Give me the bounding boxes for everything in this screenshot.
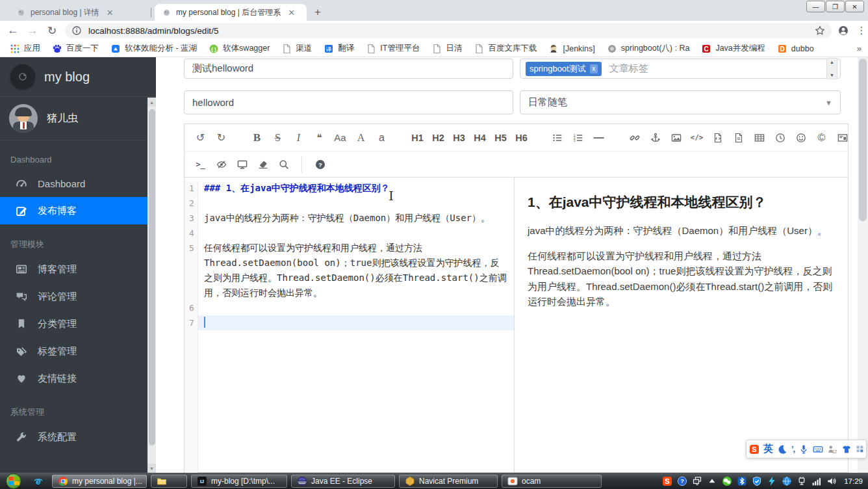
tag-remove-icon[interactable]: x [590, 64, 598, 73]
window-maximize-button[interactable]: ❐ [826, 1, 845, 12]
ime-language-toggle[interactable]: 英 [763, 443, 773, 456]
tray-device-icon[interactable] [797, 476, 807, 486]
editor-line[interactable]: 2 [185, 196, 514, 211]
bookmark-item[interactable]: 日清 [427, 42, 466, 55]
bookmark-item[interactable]: 百度文库下载 [469, 42, 541, 55]
mic-icon[interactable] [798, 443, 809, 456]
tag-pill[interactable]: springboot测试 x [526, 62, 602, 76]
toolbar-code-icon[interactable]: </> [691, 131, 702, 145]
tray-volume-icon[interactable] [826, 476, 837, 486]
toolbar-quote-icon[interactable]: ❝ [314, 131, 325, 145]
bookmarks-overflow-icon[interactable]: » [857, 44, 862, 53]
tray-sogou-logo-icon[interactable]: S [662, 476, 672, 486]
taskbar-ie-icon[interactable]: e [29, 474, 48, 488]
blog-title-input[interactable] [184, 59, 513, 79]
blog-subtitle-input[interactable] [184, 90, 513, 114]
taskbar-button-folder[interactable] [151, 475, 187, 488]
tray-bluetooth-icon[interactable] [737, 476, 747, 486]
bookmark-item[interactable]: 软体效能分析 - 蓝湖 [106, 42, 201, 55]
bookmark-item[interactable]: [Jenkins] [544, 42, 599, 55]
toolbar-strikethrough-icon[interactable]: S [272, 131, 283, 145]
sogou-logo-icon[interactable]: S [749, 443, 760, 456]
toolbar-search-icon[interactable] [278, 157, 289, 172]
bookmark-star-icon[interactable] [815, 25, 825, 36]
browser-menu-icon[interactable]: ⋮ [855, 24, 868, 37]
toolbar-image-icon[interactable] [670, 131, 682, 145]
bookmark-item[interactable]: 百度一下 [47, 42, 103, 55]
user-row[interactable]: 猪儿虫 [0, 96, 156, 140]
refresh-icon[interactable]: ↻ [45, 24, 58, 37]
tray-signal-icon[interactable] [811, 476, 822, 486]
editor-line[interactable]: 5任何线程都可以设置为守护线程和用户线程，通过方法 Thread.setDaem… [185, 241, 514, 300]
tray-show-hidden-icon[interactable] [707, 476, 717, 486]
tab-close-icon[interactable]: ✕ [105, 8, 116, 18]
window-close-button[interactable]: ✕ [845, 1, 864, 12]
toolbar-watch-icon[interactable] [216, 157, 227, 172]
toolbar-h4-button[interactable]: H4 [474, 131, 485, 145]
toolbar-bold-icon[interactable]: B [251, 131, 262, 145]
toolbar-link-icon[interactable] [629, 131, 640, 145]
toolbar-help-icon[interactable]: ? [314, 157, 326, 172]
person12-icon[interactable]: 12 [827, 443, 837, 456]
sidebar-item-tags[interactable]: 标签管理 [0, 337, 156, 365]
bookmark-item[interactable]: 译翻译 [319, 42, 359, 55]
toolbar-list-ul-icon[interactable] [552, 131, 563, 145]
tray-shield-icon[interactable] [752, 476, 762, 486]
toolbar-undo-icon[interactable]: ↺ [195, 131, 206, 145]
sidebar-item-heart[interactable]: 友情链接 [0, 365, 156, 392]
tray-lightning-icon[interactable] [767, 476, 777, 486]
toolbar-clear-icon[interactable] [257, 157, 268, 172]
toolbar-goto-line-icon[interactable]: >_ [195, 157, 206, 172]
sidebar-item-gauge[interactable]: Dashboard [0, 170, 156, 197]
category-select[interactable]: 日常随笔 ▼ [520, 90, 841, 114]
toolbar-preformatted-text-icon[interactable] [712, 131, 723, 145]
tray-tray-help-icon[interactable]: ? [677, 476, 687, 486]
bookmark-item[interactable]: CJava并发编程 [696, 42, 769, 55]
sidebar-item-edit[interactable]: 发布博客 [0, 197, 156, 224]
ime-punctuation-toggle[interactable]: ’, [791, 443, 795, 456]
tray-wechat-icon[interactable] [722, 476, 732, 486]
bookmark-item[interactable]: 应用 [5, 42, 45, 55]
bookmark-item[interactable]: IT管理平台 [361, 42, 424, 55]
tray-win-restore-icon[interactable] [692, 476, 702, 486]
page-info-icon[interactable] [71, 25, 82, 36]
toolbar-preview-window-icon[interactable] [236, 157, 248, 172]
tag-input-scrollbar[interactable]: ▲▼ [826, 58, 837, 79]
toolbar-h3-button[interactable]: H3 [453, 131, 465, 145]
toolbar-pagebreak-icon[interactable] [837, 131, 848, 145]
editor-line[interactable]: 3java中的线程分为两种：守护线程（Daemon）和用户线程（User）。 [185, 211, 514, 226]
toolbar-h5-button[interactable]: H5 [495, 131, 506, 145]
taskbar-button-navicat[interactable]: Navicat Premium [399, 475, 498, 488]
blog-tags-input[interactable]: springboot测试 x 文章标签 ▲▼ [520, 59, 841, 79]
scroll-down-icon[interactable]: ▼ [147, 464, 156, 473]
bookmark-item[interactable]: { }软体swagger [204, 42, 274, 55]
back-icon[interactable]: ← [6, 24, 19, 37]
toolbar-uppercase-icon[interactable]: A [355, 131, 366, 145]
toolbar-lowercase-icon[interactable]: a [376, 131, 387, 145]
start-button[interactable] [4, 474, 23, 488]
editor-line[interactable]: 7 [185, 315, 514, 330]
scroll-up-icon[interactable]: ▲ [147, 98, 156, 107]
toolbar-h1-button[interactable]: H1 [412, 131, 423, 145]
tshirt-icon[interactable] [841, 443, 852, 456]
toolbar-hr-icon[interactable]: — [593, 131, 604, 145]
toolbar-italic-icon[interactable]: I [293, 131, 304, 145]
sidebar-item-comments[interactable]: 评论管理 [0, 283, 156, 310]
taskbar-button-eclipse[interactable]: Java EE - Eclipse [291, 475, 395, 488]
toolbar-html-entities-icon[interactable]: © [816, 131, 827, 145]
page-scrollbar[interactable] [858, 57, 868, 473]
toolbar-anchor-icon[interactable] [650, 131, 661, 145]
editor-code-pane[interactable]: 1### 1、在java中守护线程和本地线程区别？23java中的线程分为两种：… [185, 178, 514, 473]
moon-icon[interactable] [777, 443, 787, 456]
forward-icon[interactable]: → [26, 24, 39, 37]
window-minimize-button[interactable]: — [806, 1, 825, 12]
taskbar-button-ocam[interactable]: ocam [502, 475, 602, 488]
editor-line[interactable]: 1### 1、在java中守护线程和本地线程区别？ [185, 181, 514, 196]
skin-grid-icon[interactable] [856, 443, 864, 456]
address-bar[interactable]: localhost:8888/admin/blogs/edit/5 [65, 23, 832, 38]
toolbar-redo-icon[interactable]: ↻ [216, 131, 227, 145]
keyboard-icon[interactable] [813, 443, 823, 456]
toolbar-emoji-icon[interactable] [795, 131, 806, 145]
sidebar-item-newspaper[interactable]: 博客管理 [0, 256, 156, 283]
profile-avatar-icon[interactable] [837, 24, 850, 37]
